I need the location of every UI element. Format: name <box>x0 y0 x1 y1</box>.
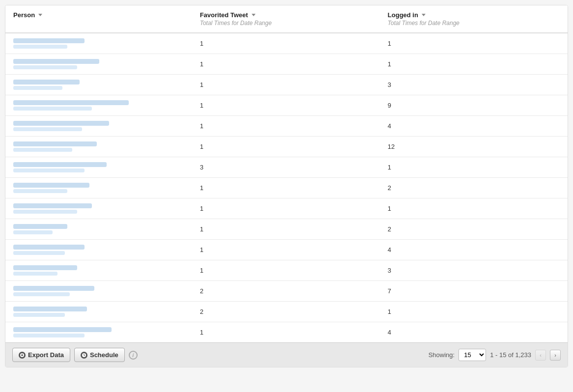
footer-right: Showing: 152550100 1 - 15 of 1,233 ‹ › <box>429 349 561 361</box>
column-header-logged-in[interactable]: Logged in Total Times for Date Range <box>380 5 568 33</box>
showing-label: Showing: <box>429 351 455 359</box>
favorited-tweet-value: 2 <box>192 302 380 322</box>
favorited-tweet-value: 2 <box>192 281 380 302</box>
person-cell <box>5 302 192 322</box>
column-header-favorited-tweet[interactable]: Favorited Tweet Total Times for Date Ran… <box>192 5 380 33</box>
favorited-tweet-value: 1 <box>192 54 380 75</box>
table-row: 13 <box>5 75 568 95</box>
person-bar <box>13 45 67 49</box>
favorited-tweet-value: 1 <box>192 75 380 95</box>
prev-page-button[interactable]: ‹ <box>535 350 546 361</box>
column-title-favorited-tweet: Favorited Tweet <box>200 11 248 19</box>
person-bar <box>13 230 53 234</box>
person-cell <box>5 198 192 219</box>
logged-in-value: 4 <box>380 322 568 343</box>
person-bar <box>13 38 85 43</box>
person-bar <box>13 65 77 69</box>
table-row: 14 <box>5 240 568 260</box>
logged-in-value: 2 <box>380 178 568 198</box>
table-row: 12 <box>5 178 568 198</box>
logged-in-value: 4 <box>380 240 568 260</box>
logged-in-value: 1 <box>380 33 568 54</box>
footer-left: Export Data Schedule i <box>12 348 138 362</box>
sort-icon-favorited-tweet <box>252 14 256 16</box>
person-bar <box>13 100 129 105</box>
table-row: 13 <box>5 260 568 281</box>
favorited-tweet-value: 1 <box>192 33 380 54</box>
person-bar <box>13 210 77 214</box>
logged-in-value: 9 <box>380 95 568 116</box>
person-bar <box>13 141 97 146</box>
table-row: 11 <box>5 54 568 75</box>
person-cell <box>5 281 192 302</box>
logged-in-value: 1 <box>380 157 568 178</box>
favorited-tweet-value: 1 <box>192 178 380 198</box>
person-bar <box>13 272 57 276</box>
table-row: 112 <box>5 137 568 157</box>
logged-in-value: 7 <box>380 281 568 302</box>
person-bar <box>13 127 82 131</box>
person-bar <box>13 86 62 90</box>
schedule-label: Schedule <box>90 351 118 359</box>
per-page-select[interactable]: 152550100 <box>458 349 486 361</box>
logged-in-value: 3 <box>380 75 568 95</box>
favorited-tweet-value: 1 <box>192 240 380 260</box>
table-row: 12 <box>5 219 568 240</box>
person-bar <box>13 189 67 193</box>
person-bar <box>13 162 107 167</box>
person-bar <box>13 148 72 152</box>
favorited-tweet-value: 1 <box>192 198 380 219</box>
logged-in-value: 1 <box>380 54 568 75</box>
person-bar <box>13 59 99 64</box>
table-row: 27 <box>5 281 568 302</box>
person-bar <box>13 168 85 172</box>
person-bar <box>13 307 87 311</box>
favorited-tweet-value: 1 <box>192 95 380 116</box>
column-header-person[interactable]: Person <box>5 5 192 33</box>
person-bar <box>13 286 94 291</box>
export-icon <box>19 352 26 359</box>
table-row: 14 <box>5 322 568 343</box>
table-row: 19 <box>5 95 568 116</box>
schedule-button[interactable]: Schedule <box>74 348 125 362</box>
person-cell <box>5 75 192 95</box>
favorited-tweet-value: 1 <box>192 116 380 137</box>
schedule-icon <box>81 352 87 359</box>
favorited-tweet-value: 3 <box>192 157 380 178</box>
person-bar <box>13 107 92 111</box>
logged-in-value: 1 <box>380 198 568 219</box>
person-cell <box>5 116 192 137</box>
person-cell <box>5 219 192 240</box>
table-row: 31 <box>5 157 568 178</box>
person-cell <box>5 178 192 198</box>
person-bar <box>13 334 85 337</box>
logged-in-value: 3 <box>380 260 568 281</box>
person-cell <box>5 95 192 116</box>
favorited-tweet-value: 1 <box>192 260 380 281</box>
info-icon-button[interactable]: i <box>129 351 138 360</box>
person-cell <box>5 157 192 178</box>
person-bar <box>13 183 89 188</box>
person-bar <box>13 313 65 317</box>
export-data-button[interactable]: Export Data <box>12 348 70 362</box>
person-cell <box>5 54 192 75</box>
column-subtitle-logged-in: Total Times for Date Range <box>388 20 560 27</box>
person-bar <box>13 203 92 208</box>
column-title-person: Person <box>13 11 35 19</box>
column-subtitle-favorited-tweet: Total Times for Date Range <box>200 20 372 27</box>
person-bar <box>13 327 112 332</box>
table-wrapper: Person Favorited Tweet Total Times for D… <box>5 5 568 342</box>
next-page-button[interactable]: › <box>550 350 561 361</box>
table-body: 1111131914112311211121413272114 <box>5 33 568 342</box>
logged-in-value: 2 <box>380 219 568 240</box>
person-bar <box>13 292 70 296</box>
person-bar <box>13 265 77 270</box>
person-cell <box>5 322 192 343</box>
data-table: Person Favorited Tweet Total Times for D… <box>5 5 568 342</box>
person-bar <box>13 224 67 229</box>
sort-icon-person <box>38 14 42 16</box>
favorited-tweet-value: 1 <box>192 322 380 343</box>
sort-icon-logged-in <box>422 14 426 16</box>
person-bar <box>13 80 80 84</box>
person-cell <box>5 240 192 260</box>
